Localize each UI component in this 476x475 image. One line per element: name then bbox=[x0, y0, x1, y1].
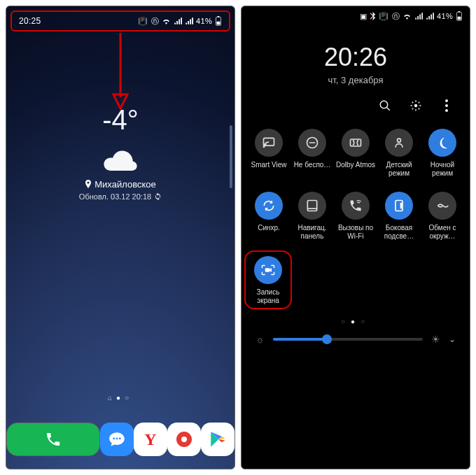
signal-icon bbox=[174, 17, 182, 24]
battery-percent: 41% bbox=[437, 12, 453, 20]
svg-point-11 bbox=[380, 101, 388, 108]
vibrate-icon: 📳 bbox=[379, 12, 388, 21]
battery-icon bbox=[456, 11, 463, 21]
wifi-icon bbox=[402, 13, 412, 20]
app-dock: Y bbox=[6, 423, 234, 456]
brightness-slider[interactable] bbox=[273, 338, 423, 341]
screen-record-icon bbox=[254, 256, 282, 284]
nfc-icon: ⓝ bbox=[392, 11, 400, 22]
cloud-icon bbox=[102, 148, 139, 175]
bluetooth-icon bbox=[370, 12, 376, 20]
weather-updated: Обновл. 03.12 20:18 bbox=[79, 192, 151, 201]
wifi-icon bbox=[162, 17, 171, 24]
svg-rect-1 bbox=[218, 16, 220, 17]
panel-actions bbox=[241, 91, 470, 116]
weather-location-row: Михайловское bbox=[6, 179, 234, 190]
search-icon[interactable] bbox=[377, 98, 393, 113]
quick-settings-panel: ▣ 📳 ⓝ 41% 20:26 чт, 3 декабря bbox=[241, 6, 470, 469]
navbar-icon bbox=[298, 192, 326, 220]
more-icon[interactable] bbox=[439, 98, 454, 113]
phone-app[interactable] bbox=[6, 423, 100, 456]
status-time: 20:25 bbox=[19, 16, 41, 26]
tile-label: Запись экрана bbox=[248, 288, 288, 305]
vibrate-icon: 📳 bbox=[138, 17, 148, 26]
svg-rect-26 bbox=[400, 203, 402, 208]
tile-nearby[interactable]: Обмен с окруж… bbox=[422, 192, 463, 241]
tile-dnd[interactable]: Не беспо… bbox=[292, 129, 332, 178]
battery-percent: 41% bbox=[196, 17, 212, 25]
svg-rect-2 bbox=[217, 22, 220, 25]
panel-clock: 20:26 чт, 3 декабря bbox=[241, 26, 470, 91]
tile-label: Вызовы по Wi-Fi bbox=[335, 224, 376, 241]
dolby-icon bbox=[342, 129, 370, 157]
cast-icon: ▣ bbox=[360, 12, 367, 21]
wificall-icon bbox=[342, 192, 370, 220]
status-bar[interactable]: 20:25 📳 ⓝ 41% bbox=[10, 10, 230, 31]
home-screen: 20:25 📳 ⓝ 41% -4° bbox=[6, 6, 235, 469]
svg-point-18 bbox=[263, 146, 265, 148]
brightness-high-icon: ☀ bbox=[431, 334, 440, 345]
tile-edge[interactable]: Боковая подсве… bbox=[379, 192, 419, 241]
play-store-app[interactable] bbox=[201, 423, 234, 456]
svg-point-5 bbox=[113, 438, 115, 440]
share-icon bbox=[428, 192, 456, 220]
tile-label: Детский режим bbox=[379, 161, 419, 178]
tile-label: Боковая подсве… bbox=[379, 224, 419, 241]
kid-icon bbox=[385, 129, 413, 157]
svg-rect-9 bbox=[458, 11, 461, 12]
tile-navbar[interactable]: Навигац. панель bbox=[292, 192, 332, 241]
weather-updated-row: Обновл. 03.12 20:18 bbox=[6, 192, 234, 201]
svg-point-22 bbox=[398, 139, 401, 142]
tile-sync[interactable]: Синхр. bbox=[248, 192, 289, 241]
svg-point-7 bbox=[119, 438, 121, 440]
qs-tile-row-3: Запись экрана bbox=[241, 243, 470, 311]
svg-point-16 bbox=[445, 109, 448, 112]
tile-kids[interactable]: Детский режим bbox=[379, 129, 419, 178]
home-page-indicator: ⌂●○ bbox=[6, 394, 234, 402]
tile-night[interactable]: Ночной режим bbox=[422, 129, 463, 178]
battery-icon bbox=[215, 16, 222, 26]
tile-label: Dolby Atmos bbox=[336, 161, 375, 169]
panel-page-indicator: ○●○ bbox=[241, 318, 470, 325]
svg-point-6 bbox=[116, 438, 118, 440]
edge-panel-handle[interactable] bbox=[230, 125, 232, 188]
edge-icon bbox=[385, 192, 413, 220]
messages-app[interactable] bbox=[100, 423, 134, 456]
tile-dolby[interactable]: Dolby Atmos bbox=[335, 129, 376, 178]
status-icons: 📳 ⓝ 41% bbox=[138, 16, 222, 27]
qs-tile-grid: Smart ViewНе беспо…Dolby AtmosДетский ре… bbox=[241, 116, 470, 243]
svg-rect-27 bbox=[265, 268, 270, 272]
tile-label: Не беспо… bbox=[294, 161, 331, 169]
status-icons: ▣ 📳 ⓝ 41% bbox=[360, 11, 463, 22]
tile-screen-record[interactable]: Запись экрана bbox=[247, 253, 289, 306]
annotation-arrow bbox=[110, 33, 131, 110]
pin-icon bbox=[85, 180, 92, 188]
tile-smartview[interactable]: Smart View bbox=[248, 129, 289, 178]
tile-label: Синхр. bbox=[258, 224, 280, 232]
tile-label: Обмен с окруж… bbox=[422, 224, 463, 241]
yandex-app[interactable]: Y bbox=[134, 423, 167, 456]
panel-time: 20:26 bbox=[241, 43, 470, 72]
refresh-icon[interactable] bbox=[154, 192, 162, 200]
nfc-icon: ⓝ bbox=[151, 16, 159, 27]
weather-widget[interactable]: -4° Михайловское Обновл. 03.12 20:18 bbox=[6, 104, 234, 201]
svg-point-15 bbox=[445, 104, 448, 107]
minus-icon bbox=[298, 129, 326, 157]
tile-wificall[interactable]: Вызовы по Wi-Fi bbox=[335, 192, 376, 241]
tile-label: Smart View bbox=[251, 161, 287, 169]
signal-icon-2 bbox=[185, 17, 193, 24]
svg-point-13 bbox=[414, 104, 418, 108]
tile-label: Навигац. панель bbox=[292, 224, 332, 241]
svg-line-12 bbox=[386, 107, 390, 111]
brightness-expand-icon[interactable]: ⌄ bbox=[449, 334, 456, 344]
svg-rect-23 bbox=[307, 201, 316, 211]
signal-icon-2 bbox=[426, 13, 434, 20]
camera-app[interactable] bbox=[167, 423, 201, 456]
svg-rect-21 bbox=[351, 139, 361, 146]
sync-icon bbox=[255, 192, 283, 220]
settings-icon[interactable] bbox=[408, 98, 424, 113]
weather-location: Михайловское bbox=[94, 179, 155, 190]
tile-label: Ночной режим bbox=[422, 161, 463, 178]
panel-date: чт, 3 декабря bbox=[241, 75, 470, 85]
svg-point-14 bbox=[445, 99, 448, 102]
